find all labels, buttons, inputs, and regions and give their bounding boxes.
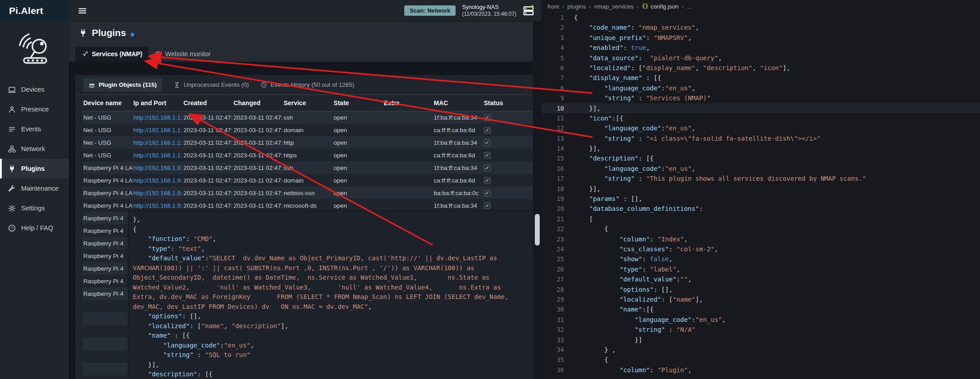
column-header-status[interactable]: Status — [483, 95, 533, 111]
sidebar-item-label: Devices — [21, 86, 45, 93]
topbar-right-cluster: Scan: Network Synology-NAS (11/03/2023, … — [404, 4, 534, 18]
subtab-plugin-objects-115[interactable]: Plugin Objects (115) — [83, 78, 162, 92]
editor-code-line: "language_code":"en_us", — [574, 164, 980, 174]
column-header-ip-and-port[interactable]: Ip and Port — [132, 95, 182, 111]
changed-cell: 2023-03-11 02:47:20 — [233, 161, 283, 174]
sidebar-item-devices[interactable]: Devices — [0, 80, 69, 99]
app-brand[interactable]: Pi.Alert — [0, 0, 69, 21]
table-row[interactable]: Net - USGhttp://192.168.1.1:532023-03-11… — [82, 124, 533, 136]
mac-cell: 1f:ba:ff:ca:ba:34 — [433, 161, 483, 174]
editor-code-area[interactable]: 1234567891011121314151617181920212223242… — [542, 13, 980, 379]
sidebar-item-label: Maintenance — [21, 185, 59, 192]
service-cell: domain — [283, 174, 333, 187]
host-info: Synology-NAS (11/03/2023, 15:46:07) — [462, 4, 516, 18]
line-number: 5 — [542, 53, 564, 63]
device-name-cell: Raspberry Pi 4 — [82, 237, 132, 250]
sidebar-item-help-faq[interactable]: ?Help / FAQ — [0, 218, 69, 238]
maintenance-icon — [8, 185, 16, 192]
state-cell: open — [333, 199, 383, 212]
column-header-state[interactable]: State — [333, 95, 383, 111]
table-row[interactable]: Raspberry Pi 4 LANhttp://192.168.1.9:445… — [82, 199, 533, 212]
page-title-row: Plugins — [69, 22, 542, 38]
ip-port-link[interactable]: http://192.168.1.9:22 — [133, 165, 182, 171]
column-header-service[interactable]: Service — [283, 95, 333, 111]
page-header: Plugins Services (NMAP)Website monitor — [69, 22, 542, 62]
editor-code-line: { — [574, 13, 980, 22]
state-cell: open — [333, 136, 383, 149]
table-row[interactable]: Net - USGhttp://192.168.1.1:802023-03-11… — [82, 136, 533, 149]
breadcrumb-item[interactable]: nmap_services — [594, 3, 633, 10]
column-header-device-name[interactable]: Device name — [82, 95, 132, 111]
table-head: Device nameIp and PortCreatedChangedServ… — [82, 95, 533, 111]
editor-code-line: } , — [574, 345, 980, 355]
service-cell: ssh — [283, 111, 333, 124]
table-row[interactable]: Net - USGhttp://192.168.1.1:222023-03-11… — [82, 111, 533, 124]
status-checkbox[interactable]: ✓ — [484, 152, 491, 159]
breadcrumb-separator-icon: › — [637, 3, 638, 10]
overlay-code-line: "options": [], — [133, 312, 523, 321]
ip-port-cell: http://192.168.1.9:22 — [132, 161, 182, 174]
sidebar-item-maintenance[interactable]: Maintenance — [0, 178, 69, 198]
status-checkbox[interactable]: ✓ — [484, 177, 491, 184]
main-scrollbar[interactable] — [533, 21, 542, 379]
table-row[interactable]: Raspberry Pi 4 LANhttp://192.168.1.9:139… — [82, 187, 533, 199]
topbar: Scan: Network Synology-NAS (11/03/2023, … — [69, 0, 542, 21]
editor-code-line: "column": "Plugin", — [574, 365, 980, 375]
hamburger-icon[interactable] — [78, 6, 87, 15]
editor-code-line: "code_name": "nmap_services", — [574, 22, 980, 32]
ip-port-link[interactable]: http://192.168.1.9:53 — [133, 177, 182, 184]
breadcrumb-item[interactable]: plugins — [567, 3, 586, 10]
breadcrumb-item[interactable]: ... — [687, 3, 692, 10]
sidebar-item-network[interactable]: Network — [0, 139, 69, 159]
editor-code-line: "params" : [], — [574, 194, 980, 204]
empty-cell — [82, 363, 132, 375]
breadcrumb-item[interactable]: front — [547, 3, 559, 10]
service-cell: domain — [283, 124, 333, 136]
sidebar-item-presence[interactable]: Presence — [0, 99, 69, 119]
ip-port-link[interactable]: http://192.168.1.1:443 — [133, 152, 182, 159]
status-checkbox[interactable]: ✓ — [484, 139, 491, 146]
sidebar-item-events[interactable]: Events — [0, 119, 69, 139]
subtab-label: Unprocessed Events (0) — [184, 81, 249, 88]
ip-port-link[interactable]: http://192.168.1.1:53 — [133, 127, 182, 134]
line-number: 3 — [542, 33, 564, 43]
ip-port-link[interactable]: http://192.168.1.1:22 — [133, 114, 182, 121]
settings-icon — [8, 205, 16, 212]
subtab-events-history-50-out-of-1265[interactable]: Events History (50 out of 1265) — [261, 81, 354, 88]
scrollbar-thumb[interactable] — [535, 214, 540, 245]
ip-port-cell: http://192.168.1.9:445 — [132, 199, 182, 212]
status-checkbox[interactable]: ✓ — [484, 202, 491, 209]
column-header-created[interactable]: Created — [182, 95, 232, 111]
editor-lines: { "code_name": "nmap_services", "unique_… — [574, 13, 980, 375]
status-cell: ✓ — [483, 136, 533, 149]
table-row[interactable]: Net - USGhttp://192.168.1.1:4432023-03-1… — [82, 149, 533, 161]
brand-text: Pi.Alert — [9, 5, 43, 16]
table-row[interactable]: Raspberry Pi 4 LANhttp://192.168.1.9:222… — [82, 161, 533, 174]
breadcrumb-item[interactable]: {}config.json — [642, 3, 679, 10]
editor-code-line: "show": false, — [574, 254, 980, 264]
state-cell: open — [333, 161, 383, 174]
subtab-unprocessed-events-0[interactable]: Unprocessed Events (0) — [174, 81, 249, 88]
sidebar-item-settings[interactable]: Settings — [0, 198, 69, 218]
created-cell: 2023-03-11 02:47:20 — [182, 199, 232, 212]
breadcrumb-label: nmap_services — [594, 3, 633, 10]
state-cell: open — [333, 124, 383, 136]
column-header-changed[interactable]: Changed — [233, 95, 283, 111]
status-checkbox[interactable]: ✓ — [484, 165, 491, 171]
ip-port-link[interactable]: http://192.168.1.9:445 — [133, 202, 182, 209]
table-row[interactable]: Raspberry Pi 4 LANhttp://192.168.1.9:532… — [82, 174, 533, 187]
status-checkbox[interactable]: ✓ — [484, 127, 491, 134]
column-header-mac[interactable]: MAC — [433, 95, 483, 111]
tab-website-monitor[interactable]: Website monitor — [149, 47, 217, 62]
status-checkbox[interactable]: ✓ — [484, 114, 491, 121]
sidebar-item-plugins[interactable]: Plugins — [0, 159, 69, 178]
plugin-tabs: Services (NMAP)Website monitor — [75, 47, 217, 62]
host-name: Synology-NAS — [462, 4, 516, 11]
column-header-extra[interactable]: Extra — [383, 95, 433, 111]
ip-port-link[interactable]: http://192.168.1.1:80 — [133, 139, 182, 146]
tab-services-nmap[interactable]: Services (NMAP) — [75, 47, 149, 62]
plug-icon — [79, 29, 87, 37]
state-cell: open — [333, 111, 383, 124]
status-checkbox[interactable]: ✓ — [484, 190, 491, 196]
ip-port-link[interactable]: http://192.168.1.9:139 — [133, 190, 182, 196]
